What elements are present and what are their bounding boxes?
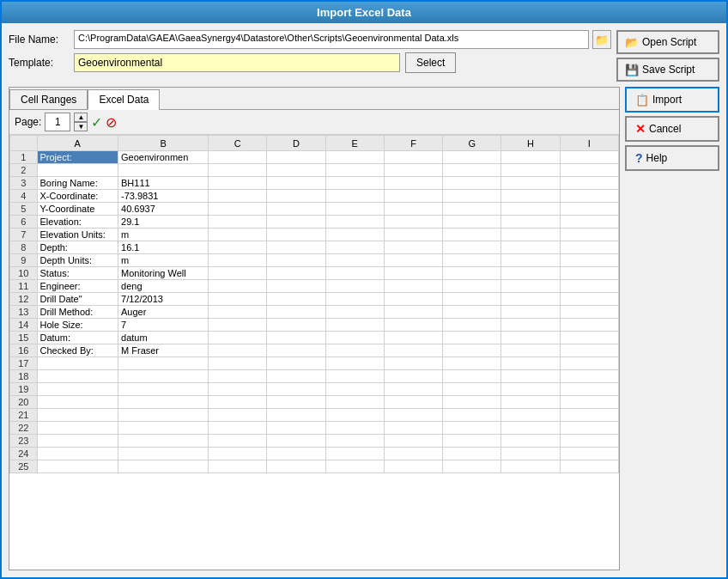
cell-21-e[interactable]	[325, 409, 384, 422]
cell-8-g[interactable]	[443, 241, 501, 254]
cell-20-b[interactable]	[118, 396, 209, 409]
cell-1-i[interactable]	[560, 151, 618, 164]
cell-17-f[interactable]	[384, 357, 442, 370]
cell-8-b[interactable]: 16.1	[118, 241, 209, 254]
cell-24-b[interactable]	[118, 448, 209, 460]
cell-9-e[interactable]	[325, 254, 384, 267]
cell-22-b[interactable]	[118, 422, 209, 435]
cell-17-h[interactable]	[501, 357, 560, 370]
cell-19-g[interactable]	[443, 383, 501, 396]
cell-12-h[interactable]	[501, 293, 560, 306]
cell-24-a[interactable]	[37, 448, 118, 460]
cell-8-a[interactable]: Depth:	[37, 241, 118, 254]
cell-13-f[interactable]	[384, 306, 442, 319]
tab-excel-data[interactable]: Excel Data	[88, 89, 160, 110]
cell-21-i[interactable]	[560, 409, 618, 422]
cell-7-a[interactable]: Elevation Units:	[37, 229, 118, 241]
cell-13-d[interactable]	[267, 306, 325, 319]
cell-11-c[interactable]	[209, 280, 267, 293]
cell-18-h[interactable]	[501, 370, 560, 383]
cancel-button[interactable]: ✕ Cancel	[625, 116, 719, 142]
cell-3-b[interactable]: BH111	[118, 177, 209, 190]
cell-25-a[interactable]	[37, 460, 118, 473]
cell-21-c[interactable]	[209, 409, 267, 422]
cell-13-a[interactable]: Drill Method:	[37, 306, 118, 319]
cell-1-c[interactable]	[209, 151, 267, 164]
cell-7-h[interactable]	[501, 229, 560, 241]
cell-25-i[interactable]	[560, 460, 618, 473]
cell-11-h[interactable]	[501, 280, 560, 293]
cell-10-g[interactable]	[443, 267, 501, 280]
cell-14-b[interactable]: 7	[118, 319, 209, 332]
cell-16-b[interactable]: M Fraser	[118, 344, 209, 357]
cell-2-i[interactable]	[560, 164, 618, 177]
cell-16-g[interactable]	[443, 344, 501, 357]
cell-1-a[interactable]: Project:	[37, 151, 118, 164]
cell-9-a[interactable]: Depth Units:	[37, 254, 118, 267]
cell-24-c[interactable]	[209, 448, 267, 460]
cell-17-b[interactable]	[118, 357, 209, 370]
cell-15-c[interactable]	[209, 332, 267, 344]
cell-10-a[interactable]: Status:	[37, 267, 118, 280]
cell-7-f[interactable]	[384, 229, 442, 241]
cell-9-g[interactable]	[443, 254, 501, 267]
cell-24-g[interactable]	[443, 448, 501, 460]
cell-19-b[interactable]	[118, 383, 209, 396]
cell-12-f[interactable]	[384, 293, 442, 306]
cell-12-d[interactable]	[267, 293, 325, 306]
cell-19-e[interactable]	[325, 383, 384, 396]
cell-24-f[interactable]	[384, 448, 442, 460]
cell-20-a[interactable]	[37, 396, 118, 409]
cell-2-f[interactable]	[384, 164, 442, 177]
cell-1-d[interactable]	[267, 151, 325, 164]
cell-11-d[interactable]	[267, 280, 325, 293]
cell-23-i[interactable]	[560, 435, 618, 448]
cell-7-b[interactable]: m	[118, 229, 209, 241]
cell-14-d[interactable]	[267, 319, 325, 332]
cell-5-b[interactable]: 40.6937	[118, 203, 209, 216]
cell-12-a[interactable]: Drill Date"	[37, 293, 118, 306]
cell-23-d[interactable]	[267, 435, 325, 448]
cell-18-e[interactable]	[325, 370, 384, 383]
cell-23-b[interactable]	[118, 435, 209, 448]
cell-3-c[interactable]	[209, 177, 267, 190]
cell-8-h[interactable]	[501, 241, 560, 254]
cell-19-f[interactable]	[384, 383, 442, 396]
cell-3-e[interactable]	[325, 177, 384, 190]
cell-21-d[interactable]	[267, 409, 325, 422]
cell-10-e[interactable]	[325, 267, 384, 280]
cell-13-c[interactable]	[209, 306, 267, 319]
cell-22-c[interactable]	[209, 422, 267, 435]
cell-25-e[interactable]	[325, 460, 384, 473]
cell-9-f[interactable]	[384, 254, 442, 267]
cell-10-d[interactable]	[267, 267, 325, 280]
cell-22-e[interactable]	[325, 422, 384, 435]
cell-12-c[interactable]	[209, 293, 267, 306]
cell-9-d[interactable]	[267, 254, 325, 267]
cell-15-d[interactable]	[267, 332, 325, 344]
cell-20-i[interactable]	[560, 396, 618, 409]
cell-8-f[interactable]	[384, 241, 442, 254]
cell-4-d[interactable]	[267, 190, 325, 203]
cell-6-g[interactable]	[443, 216, 501, 229]
cell-4-i[interactable]	[560, 190, 618, 203]
cell-25-g[interactable]	[443, 460, 501, 473]
cell-17-d[interactable]	[267, 357, 325, 370]
cell-12-g[interactable]	[443, 293, 501, 306]
cell-13-e[interactable]	[325, 306, 384, 319]
cell-15-e[interactable]	[325, 332, 384, 344]
cell-23-c[interactable]	[209, 435, 267, 448]
cell-15-g[interactable]	[443, 332, 501, 344]
cell-25-d[interactable]	[267, 460, 325, 473]
cell-5-g[interactable]	[443, 203, 501, 216]
cell-22-d[interactable]	[267, 422, 325, 435]
cell-10-f[interactable]	[384, 267, 442, 280]
cell-4-f[interactable]	[384, 190, 442, 203]
cell-14-a[interactable]: Hole Size:	[37, 319, 118, 332]
page-input[interactable]	[45, 113, 70, 131]
cell-24-i[interactable]	[560, 448, 618, 460]
cell-13-b[interactable]: Auger	[118, 306, 209, 319]
cell-21-a[interactable]	[37, 409, 118, 422]
cell-3-h[interactable]	[501, 177, 560, 190]
cell-24-e[interactable]	[325, 448, 384, 460]
